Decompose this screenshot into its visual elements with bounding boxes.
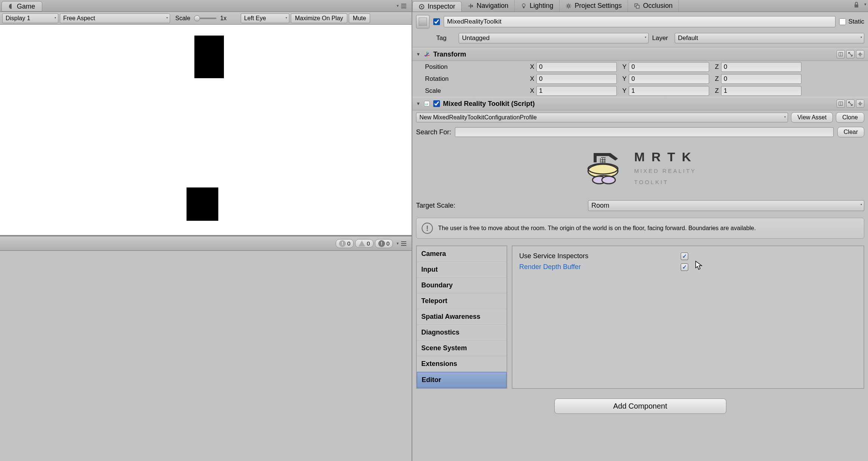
position-z-field[interactable]	[721, 62, 801, 72]
position-row: Position X Y Z	[412, 61, 868, 73]
search-label: Search For:	[416, 128, 451, 136]
gameobject-active-checkbox[interactable]	[433, 18, 440, 25]
rotation-z-field[interactable]	[721, 74, 801, 84]
clear-button[interactable]: Clear	[837, 127, 864, 137]
sidebar-item-camera[interactable]: Camera	[417, 246, 507, 262]
scale-z-field[interactable]	[721, 86, 801, 96]
target-scale-label: Target Scale:	[416, 202, 584, 210]
svg-point-4	[567, 5, 570, 7]
position-y-field[interactable]	[629, 62, 709, 72]
tab-navigation[interactable]: Navigation	[462, 0, 515, 12]
gameobject-name-field[interactable]	[444, 16, 835, 27]
gameobject-icon	[416, 15, 430, 28]
mrtk-enabled-checkbox[interactable]	[433, 100, 440, 107]
mrtk-editor-content: Use Service Inspectors ✓ Render Depth Bu…	[512, 245, 864, 389]
tab-label: Inspector	[428, 3, 455, 10]
context-menu-button[interactable]	[856, 100, 864, 108]
mute-toggle[interactable]: Mute	[349, 13, 370, 23]
game-panel: Game ▾ Display 1 Free Aspect Scale 1x Le…	[0, 0, 412, 461]
target-scale-dropdown[interactable]: Room	[588, 200, 864, 211]
reset-button[interactable]	[846, 100, 855, 108]
svg-point-1	[421, 6, 422, 7]
clone-button[interactable]: Clone	[836, 112, 864, 123]
tab-label: Occlusion	[643, 2, 672, 10]
console-error-chip[interactable]: ! 0	[375, 239, 393, 248]
transform-title: Transform	[433, 51, 466, 58]
sidebar-item-extensions[interactable]: Extensions	[417, 356, 507, 372]
mrtk-logo-icon	[582, 149, 624, 187]
sidebar-item-spatial-awareness[interactable]: Spatial Awareness	[417, 309, 507, 325]
tab-occlusion[interactable]: Occlusion	[628, 0, 679, 12]
sidebar-item-diagnostics[interactable]: Diagnostics	[417, 325, 507, 341]
tab-inspector[interactable]: Inspector	[412, 1, 462, 12]
target-scale-row: Target Scale: Room	[412, 197, 868, 214]
layer-dropdown[interactable]: Default	[675, 33, 865, 43]
use-service-inspectors-row: Use Service Inspectors ✓	[519, 251, 857, 262]
sidebar-item-editor[interactable]: Editor	[417, 372, 507, 388]
warn-count: 0	[367, 240, 370, 247]
profile-dropdown[interactable]: New MixedRealityToolkitConfigurationProf…	[416, 113, 788, 122]
lock-icon	[854, 2, 859, 8]
add-component-button[interactable]: Add Component	[554, 399, 726, 414]
static-checkbox[interactable]	[839, 18, 846, 25]
tab-project-settings[interactable]: Project Settings	[560, 0, 628, 12]
scale-label: Scale	[175, 15, 190, 22]
rotation-x-field[interactable]	[536, 74, 617, 84]
position-x-field[interactable]	[536, 62, 617, 72]
display-dropdown[interactable]: Display 1	[2, 13, 58, 23]
warn-icon	[358, 241, 365, 247]
info-text: The user is free to move about the room.…	[438, 225, 756, 232]
layer-label: Layer	[652, 34, 671, 42]
eye-dropdown[interactable]: Left Eye	[241, 13, 289, 23]
tab-lighting[interactable]: Lighting	[515, 0, 560, 12]
info-icon: !	[422, 223, 433, 234]
gameobject-header: Static	[412, 12, 868, 31]
maximize-toggle[interactable]: Maximize On Play	[291, 13, 347, 23]
gear-icon	[858, 101, 863, 106]
gear-icon	[858, 52, 863, 57]
rotation-y-field[interactable]	[629, 74, 709, 84]
transform-component-header[interactable]: ▼ Transform	[412, 48, 868, 61]
scale-slider[interactable]	[194, 18, 216, 19]
mrtk-component-header[interactable]: ▼ c# Mixed Reality Toolkit (Script)	[412, 97, 868, 110]
mrtk-sub2: TOOLKIT	[634, 178, 698, 187]
hamburger-icon	[401, 3, 409, 9]
svg-rect-6	[636, 5, 639, 8]
help-button[interactable]	[837, 100, 845, 108]
sidebar-item-teleport[interactable]: Teleport	[417, 293, 507, 309]
tab-label: Navigation	[477, 2, 508, 10]
context-menu-button[interactable]	[856, 50, 864, 58]
mrtk-title: Mixed Reality Toolkit (Script)	[443, 100, 535, 108]
search-input[interactable]	[455, 127, 834, 137]
sidebar-item-input[interactable]: Input	[417, 262, 507, 278]
svg-point-2	[522, 4, 525, 7]
scale-row: Scale X Y Z	[412, 85, 868, 97]
inspector-panel: Inspector Navigation Lighting Project Se…	[412, 0, 868, 461]
tab-menu[interactable]: ▾	[397, 0, 412, 12]
svg-rect-7	[855, 4, 858, 7]
tag-dropdown[interactable]: Untagged	[459, 33, 649, 43]
console-menu-icon[interactable]	[401, 240, 409, 247]
console-info-chip[interactable]: ! 0	[336, 239, 354, 248]
mrtk-title: MRTK	[634, 150, 698, 164]
tab-label: Project Settings	[575, 2, 622, 10]
reset-button[interactable]	[846, 50, 855, 58]
view-asset-button[interactable]: View Asset	[791, 112, 833, 123]
aspect-dropdown[interactable]: Free Aspect	[60, 13, 170, 23]
info-count: 0	[347, 240, 350, 247]
render-depth-buffer-checkbox[interactable]: ✓	[681, 263, 688, 271]
scale-x-field[interactable]	[536, 86, 617, 96]
console-warn-chip[interactable]: 0	[355, 239, 373, 248]
book-icon	[838, 52, 843, 57]
scale-y-field[interactable]	[629, 86, 709, 96]
render-depth-buffer-label: Render Depth Buffer	[519, 263, 676, 271]
scale-value: 1x	[220, 15, 227, 22]
sidebar-item-scene-system[interactable]: Scene System	[417, 341, 507, 356]
sidebar-item-boundary[interactable]: Boundary	[417, 278, 507, 293]
help-button[interactable]	[837, 50, 845, 58]
lock-toggle[interactable]	[850, 0, 863, 12]
position-label: Position	[416, 63, 524, 71]
game-tab[interactable]: Game	[1, 1, 42, 12]
lighting-icon	[521, 3, 527, 9]
use-service-inspectors-checkbox[interactable]: ✓	[681, 253, 688, 260]
